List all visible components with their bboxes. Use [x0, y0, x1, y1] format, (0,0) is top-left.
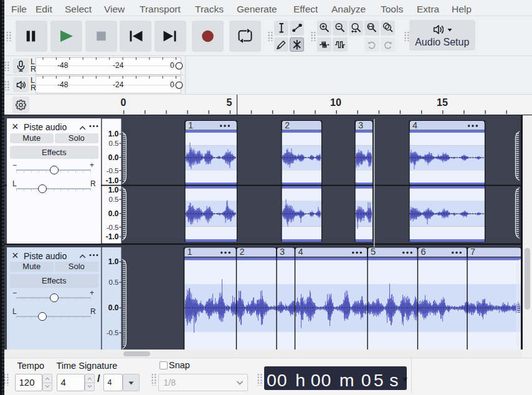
svg-text:1: 1 [188, 247, 192, 257]
svg-text:4: 4 [298, 247, 303, 257]
svg-text:7: 7 [470, 247, 475, 257]
svg-text:0.5: 0.5 [109, 278, 119, 286]
svg-text:3: 3 [358, 120, 363, 130]
svg-text:1.0: 1.0 [108, 257, 119, 266]
svg-text:-0.5: -0.5 [107, 223, 119, 231]
svg-text:2: 2 [240, 247, 245, 257]
svg-text:0.5: 0.5 [109, 140, 119, 147]
svg-text:0.0: 0.0 [108, 153, 119, 161]
svg-text:3: 3 [280, 247, 285, 257]
svg-text:1.0: 1.0 [108, 130, 119, 138]
svg-text:2: 2 [285, 120, 290, 130]
svg-text:1: 1 [188, 120, 193, 130]
svg-text:6: 6 [421, 247, 426, 257]
svg-text:0.5: 0.5 [109, 196, 119, 203]
svg-text:1.0: 1.0 [108, 186, 119, 194]
svg-text:-1.0: -1.0 [106, 176, 119, 184]
svg-text:-0.5: -0.5 [107, 166, 119, 174]
svg-text:0.0: 0.0 [108, 209, 119, 217]
svg-text:-1.0: -1.0 [106, 232, 119, 241]
svg-text:-0.5: -0.5 [107, 329, 119, 336]
svg-text:4: 4 [412, 120, 417, 130]
svg-text:0.0: 0.0 [108, 303, 119, 312]
svg-text:5: 5 [371, 247, 376, 257]
